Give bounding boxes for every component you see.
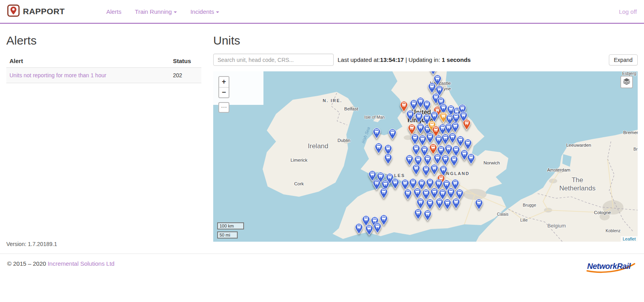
train-marker[interactable] (464, 138, 472, 150)
expand-button[interactable]: Expand (609, 54, 638, 65)
train-marker[interactable] (426, 132, 434, 144)
train-marker[interactable] (441, 154, 450, 166)
scale-mi: 50 mi (217, 231, 238, 239)
last-updated-text: Last updated at:13:54:17|Updating in: 1 … (338, 56, 471, 63)
train-marker[interactable] (388, 128, 397, 140)
alert-status-value: 202 (170, 68, 201, 83)
units-toolbar: Last updated at:13:54:17|Updating in: 1 … (213, 54, 638, 66)
nav-item-alerts[interactable]: Alerts (100, 8, 128, 15)
train-marker[interactable] (435, 198, 444, 210)
units-title: Units (213, 34, 638, 47)
alerts-table: Alert Status Units not reporting for mor… (6, 54, 201, 83)
train-marker[interactable] (423, 209, 432, 221)
log-off-link[interactable]: Log off (619, 8, 637, 15)
train-marker[interactable] (467, 153, 475, 165)
copyright-text: © 2015 – 2020Incremental Solutions Ltd (7, 260, 115, 267)
brand[interactable]: RAPPORT (7, 4, 65, 19)
alerts-table-header-alert: Alert (6, 54, 170, 68)
footer: © 2015 – 2020Incremental Solutions Ltd N… (0, 254, 644, 288)
navbar: RAPPORT Alerts Train Running Incidents L… (0, 0, 644, 24)
nav-item-train-running[interactable]: Train Running (128, 8, 184, 15)
company-link[interactable]: Incremental Solutions Ltd (48, 260, 115, 267)
chevron-down-icon (216, 11, 219, 13)
train-marker[interactable] (443, 198, 452, 210)
layers-icon (623, 77, 631, 87)
train-marker[interactable] (355, 223, 363, 235)
updating-suffix: seconds (447, 56, 471, 63)
nav-links: Alerts Train Running Incidents (100, 8, 226, 15)
alerts-title: Alerts (6, 34, 201, 47)
nav-item-label: Incidents (190, 8, 214, 15)
train-marker[interactable] (422, 100, 431, 112)
zoom-in-button[interactable]: + (219, 77, 229, 87)
layers-control[interactable] (620, 76, 633, 88)
zoom-control: + − (218, 76, 229, 98)
table-row: Units not reporting for more than 1 hour… (6, 68, 201, 83)
train-marker[interactable] (379, 187, 388, 199)
train-marker[interactable] (373, 222, 382, 234)
nav-item-label: Train Running (135, 8, 172, 15)
train-marker[interactable] (414, 208, 422, 220)
alert-link[interactable]: Units not reporting for more than 1 hour (9, 72, 106, 78)
train-marker[interactable] (365, 224, 374, 236)
train-marker[interactable] (433, 153, 442, 165)
train-marker[interactable] (406, 110, 415, 121)
alerts-table-header-status: Status (170, 54, 201, 68)
scale-km: 100 km (217, 222, 244, 229)
train-marker[interactable] (391, 178, 400, 190)
chevron-down-icon (174, 11, 177, 13)
nav-item-incidents[interactable]: Incidents (184, 8, 226, 15)
map-scale: 100 km 50 mi (217, 222, 244, 239)
last-updated-label: Last updated at: (338, 56, 380, 63)
train-marker[interactable] (404, 188, 412, 200)
train-marker[interactable] (412, 164, 421, 175)
copyright-years: © 2015 – 2020 (7, 260, 46, 267)
train-marker[interactable] (374, 142, 383, 154)
map-attribution-link[interactable]: Leaflet (621, 236, 638, 242)
last-updated-time: 13:54:17 (380, 56, 404, 63)
networkrail-logo-text: NetworkRail (587, 262, 631, 271)
networkrail-logo: NetworkRail (586, 260, 636, 274)
main-content: Alerts Alert Status Units not reporting … (0, 24, 644, 242)
train-marker[interactable] (384, 153, 392, 165)
updating-label: Updating in: (409, 56, 440, 63)
zoom-out-button[interactable]: − (219, 87, 229, 97)
train-marker[interactable] (426, 198, 434, 210)
search-input[interactable] (213, 54, 334, 66)
train-marker[interactable] (450, 155, 458, 167)
separator: | (406, 56, 407, 63)
version-text: Version: 1.7.20189.1 (6, 241, 201, 247)
train-marker[interactable] (452, 198, 460, 210)
train-marker[interactable] (422, 165, 430, 177)
map-more-button[interactable]: ⋯ (218, 102, 229, 113)
alerts-panel: Alerts Alert Status Units not reporting … (6, 32, 201, 242)
rapport-logo-icon (7, 4, 20, 19)
brand-name: RAPPORT (23, 7, 65, 16)
train-marker[interactable] (462, 119, 471, 131)
train-marker[interactable] (475, 198, 483, 210)
train-marker[interactable] (372, 128, 381, 140)
map-markers-layer (213, 71, 638, 242)
updating-value: 1 (442, 56, 445, 63)
train-marker[interactable] (451, 121, 460, 133)
train-marker[interactable] (416, 198, 425, 210)
map[interactable]: United KingdomNewcastle upon TyneN. IRE.… (213, 71, 638, 242)
units-panel: Units Last updated at:13:54:17|Updating … (213, 32, 638, 242)
nav-item-label: Alerts (106, 8, 121, 15)
